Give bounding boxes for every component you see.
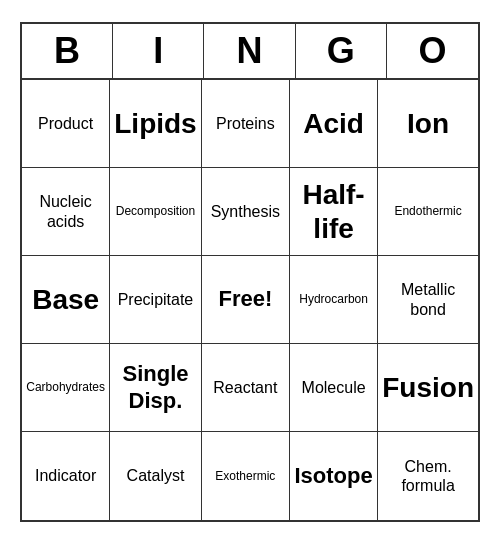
cell-r2-c1[interactable]: Precipitate bbox=[110, 256, 201, 344]
cell-r4-c0[interactable]: Indicator bbox=[22, 432, 110, 520]
header-letter-o: O bbox=[387, 24, 478, 78]
cell-text-r1-c3: Half-life bbox=[294, 178, 373, 245]
cell-text-r2-c0: Base bbox=[32, 283, 99, 317]
cell-text-r0-c3: Acid bbox=[303, 107, 364, 141]
cell-text-r2-c4: Metallic bond bbox=[382, 280, 474, 318]
cell-text-r3-c0: Carbohydrates bbox=[26, 380, 105, 394]
cell-r3-c4[interactable]: Fusion bbox=[378, 344, 478, 432]
cell-text-r3-c3: Molecule bbox=[302, 378, 366, 397]
cell-r1-c4[interactable]: Endothermic bbox=[378, 168, 478, 256]
cell-text-r3-c1: Single Disp. bbox=[114, 361, 196, 414]
cell-r4-c3[interactable]: Isotope bbox=[290, 432, 378, 520]
header-letter-n: N bbox=[204, 24, 295, 78]
bingo-header: BINGO bbox=[22, 24, 478, 80]
cell-r2-c2[interactable]: Free! bbox=[202, 256, 290, 344]
cell-text-r4-c1: Catalyst bbox=[127, 466, 185, 485]
cell-text-r3-c2: Reactant bbox=[213, 378, 277, 397]
cell-r2-c3[interactable]: Hydrocarbon bbox=[290, 256, 378, 344]
cell-r0-c2[interactable]: Proteins bbox=[202, 80, 290, 168]
cell-text-r4-c4: Chem. formula bbox=[382, 457, 474, 495]
cell-text-r1-c0: Nucleic acids bbox=[26, 192, 105, 230]
cell-r3-c1[interactable]: Single Disp. bbox=[110, 344, 201, 432]
cell-r3-c0[interactable]: Carbohydrates bbox=[22, 344, 110, 432]
cell-text-r0-c1: Lipids bbox=[114, 107, 196, 141]
cell-r1-c0[interactable]: Nucleic acids bbox=[22, 168, 110, 256]
cell-r3-c2[interactable]: Reactant bbox=[202, 344, 290, 432]
cell-r2-c4[interactable]: Metallic bond bbox=[378, 256, 478, 344]
cell-r1-c3[interactable]: Half-life bbox=[290, 168, 378, 256]
cell-r1-c2[interactable]: Synthesis bbox=[202, 168, 290, 256]
cell-r0-c0[interactable]: Product bbox=[22, 80, 110, 168]
cell-r3-c3[interactable]: Molecule bbox=[290, 344, 378, 432]
cell-r0-c1[interactable]: Lipids bbox=[110, 80, 201, 168]
cell-text-r0-c2: Proteins bbox=[216, 114, 275, 133]
cell-text-r0-c4: Ion bbox=[407, 107, 449, 141]
bingo-card: BINGO ProductLipidsProteinsAcidIonNuclei… bbox=[20, 22, 480, 522]
cell-text-r1-c4: Endothermic bbox=[394, 204, 461, 218]
cell-r1-c1[interactable]: Decomposition bbox=[110, 168, 201, 256]
cell-text-r2-c1: Precipitate bbox=[118, 290, 194, 309]
cell-text-r1-c1: Decomposition bbox=[116, 204, 195, 218]
cell-text-r4-c2: Exothermic bbox=[215, 469, 275, 483]
cell-text-r4-c3: Isotope bbox=[294, 463, 372, 489]
cell-text-r4-c0: Indicator bbox=[35, 466, 96, 485]
cell-r4-c2[interactable]: Exothermic bbox=[202, 432, 290, 520]
cell-text-r1-c2: Synthesis bbox=[211, 202, 280, 221]
cell-text-r0-c0: Product bbox=[38, 114, 93, 133]
header-letter-g: G bbox=[296, 24, 387, 78]
bingo-grid: ProductLipidsProteinsAcidIonNucleic acid… bbox=[22, 80, 478, 520]
header-letter-i: I bbox=[113, 24, 204, 78]
cell-r2-c0[interactable]: Base bbox=[22, 256, 110, 344]
cell-r0-c4[interactable]: Ion bbox=[378, 80, 478, 168]
cell-r4-c1[interactable]: Catalyst bbox=[110, 432, 201, 520]
cell-r0-c3[interactable]: Acid bbox=[290, 80, 378, 168]
cell-text-r2-c2: Free! bbox=[218, 286, 272, 312]
cell-text-r2-c3: Hydrocarbon bbox=[299, 292, 368, 306]
header-letter-b: B bbox=[22, 24, 113, 78]
cell-r4-c4[interactable]: Chem. formula bbox=[378, 432, 478, 520]
cell-text-r3-c4: Fusion bbox=[382, 371, 474, 405]
